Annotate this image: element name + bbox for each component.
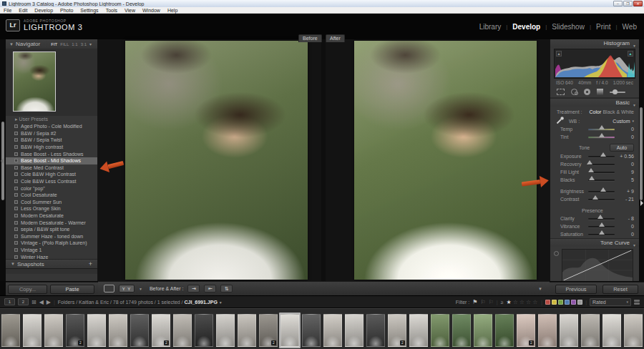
color-label-chip[interactable] <box>545 300 550 305</box>
preset-item[interactable]: Winter Haze <box>6 253 97 259</box>
filmstrip-thumbnail[interactable] <box>408 313 429 348</box>
menu-develop[interactable]: Develop <box>31 8 57 13</box>
main-window-button[interactable]: 1 <box>4 298 15 305</box>
filmstrip-thumbnail[interactable] <box>43 313 64 348</box>
filmstrip-thumbnail[interactable] <box>494 313 515 348</box>
paste-button[interactable]: Paste <box>50 285 94 294</box>
navigator-thumbnail[interactable] <box>13 51 56 112</box>
filmstrip-thumbnail[interactable] <box>451 313 472 348</box>
navigator-zoom-1-1[interactable]: 1:1 <box>72 42 77 46</box>
filmstrip-thumbnail[interactable] <box>623 313 644 348</box>
menu-edit[interactable]: Edit <box>15 8 31 13</box>
color-label-chip[interactable] <box>558 300 563 305</box>
slider-knob[interactable] <box>587 160 592 164</box>
slider-knob[interactable] <box>600 152 606 157</box>
go-back-icon[interactable]: ◀ <box>39 299 44 305</box>
treatment-color-option[interactable]: Color <box>590 109 602 114</box>
filmstrip-thumbnail[interactable] <box>429 313 451 348</box>
graduated-filter-tool-icon[interactable] <box>597 89 603 95</box>
minimize-button[interactable]: – <box>613 1 623 6</box>
preset-item[interactable]: Cool Summer Sun <box>6 199 97 206</box>
copy-before-to-after-button[interactable]: ⇥ <box>187 285 200 293</box>
filmstrip-thumbnail[interactable] <box>343 313 365 348</box>
red-eye-tool-icon[interactable] <box>584 89 590 95</box>
preset-item[interactable]: Modern Desaturate <box>6 212 97 220</box>
second-window-button[interactable]: 2 <box>18 298 29 305</box>
star-empty-icon[interactable]: ☆ <box>526 299 532 305</box>
flag-reject-icon[interactable]: ⚐ <box>489 299 494 305</box>
slider-knob[interactable] <box>588 168 594 172</box>
menu-settings[interactable]: Settings <box>77 8 102 13</box>
chevron-down-icon[interactable]: ▼ <box>139 287 142 291</box>
menu-tools[interactable]: Tools <box>102 8 121 13</box>
slider-track[interactable] <box>588 218 615 220</box>
filmstrip-thumbnail[interactable] <box>537 313 558 348</box>
slider-track[interactable] <box>588 226 615 227</box>
color-label-chip[interactable] <box>571 300 576 305</box>
star-empty-icon[interactable]: ☆ <box>532 299 538 305</box>
go-forward-icon[interactable]: ▶ <box>47 299 51 305</box>
toolbar-options-caret-icon[interactable]: ▼ <box>538 287 542 291</box>
highlight-clipping-indicator[interactable]: ▲ <box>628 51 633 56</box>
preset-item[interactable]: B&W / Sepia Twist <box>6 137 97 144</box>
right-scrollbar[interactable] <box>640 107 643 200</box>
filmstrip-thumbnail[interactable] <box>107 313 129 348</box>
navigator-preview[interactable] <box>6 49 97 116</box>
preset-item[interactable]: Cool Desaturate <box>6 192 97 199</box>
treatment-bw-option[interactable]: Black & White <box>602 109 634 114</box>
filmstrip-thumbnail[interactable]: 2 <box>515 313 537 348</box>
slider-track[interactable] <box>588 191 615 192</box>
filmstrip-thumbnail[interactable] <box>236 313 258 348</box>
crop-tool-icon[interactable] <box>557 89 565 95</box>
slider-track[interactable] <box>588 180 615 181</box>
reset-button[interactable]: Reset <box>602 285 638 294</box>
snapshots-add-button[interactable]: + <box>89 260 92 267</box>
navigator-zoom-3-1[interactable]: 3:1 <box>81 42 87 46</box>
color-label-chip[interactable] <box>577 300 582 305</box>
filmstrip-thumbnail[interactable] <box>86 313 107 348</box>
loupe-view-button[interactable] <box>104 285 114 293</box>
filter-toggle-switch[interactable] <box>634 298 640 306</box>
navigator-header[interactable]: ▼ Navigator FITFILL1:13:1▾ <box>6 39 97 49</box>
navigator-zoom-fit[interactable]: FIT <box>51 42 57 46</box>
filmstrip-thumbnail[interactable]: 2 <box>258 313 279 348</box>
preset-item[interactable]: Vintage 1 <box>6 247 97 254</box>
slider-track[interactable] <box>588 164 615 165</box>
wb-value-dropdown[interactable]: Custom <box>613 119 630 124</box>
copy-after-to-before-button[interactable]: ⇤ <box>204 285 216 293</box>
slider-track[interactable] <box>588 234 615 235</box>
preset-item[interactable]: Cole B&W Less Contrast <box>6 178 97 185</box>
menu-file[interactable]: File <box>0 8 15 13</box>
module-library[interactable]: Library <box>479 23 502 31</box>
slider-track[interactable] <box>588 137 615 138</box>
filmstrip-thumbnail[interactable] <box>172 313 193 348</box>
menu-window[interactable]: Window <box>139 8 164 13</box>
preset-item[interactable]: Summer Haze - toned down <box>6 233 97 240</box>
shadow-clipping-indicator[interactable]: ▲ <box>556 51 562 56</box>
flag-pick-icon[interactable]: ⚑ <box>472 299 477 305</box>
slider-knob[interactable] <box>599 133 605 137</box>
spot-removal-tool-icon[interactable] <box>571 89 577 95</box>
targeted-adjustment-icon[interactable] <box>554 251 559 256</box>
preset-item[interactable]: Aged Photo - Cole Modified <box>6 123 97 130</box>
collapse-right-panel-icon[interactable] <box>640 200 643 206</box>
swap-before-after-button[interactable]: ⇅ <box>220 285 233 293</box>
tone-curve-graph[interactable] <box>562 249 633 281</box>
filmstrip-thumbnail[interactable] <box>558 313 580 348</box>
snapshots-header[interactable]: ▼ Snapshots + <box>6 259 97 268</box>
navigator-zoom-fill[interactable]: FILL <box>60 42 69 46</box>
presets-folder-header[interactable]: ▸ User Presets <box>6 117 97 123</box>
color-label-chip[interactable] <box>565 300 570 305</box>
filmstrip-thumbnail[interactable] <box>21 313 43 348</box>
filmstrip-thumbnail[interactable] <box>580 313 601 348</box>
filmstrip-thumbnail[interactable] <box>365 313 386 348</box>
auto-tone-button[interactable]: Auto <box>610 144 634 152</box>
basic-header[interactable]: Basic▼ <box>550 98 639 107</box>
adjustment-brush-tool-icon[interactable] <box>610 89 625 95</box>
preset-item[interactable]: Vintage - (Polo Ralph Lauren) <box>6 240 97 247</box>
maximize-button[interactable]: ❐ <box>623 1 633 6</box>
preset-item[interactable]: B&W High contrast <box>6 144 97 151</box>
preset-item[interactable]: B&W / Sepia #2 <box>6 130 97 137</box>
filmstrip-thumbnail[interactable] <box>601 313 623 348</box>
filmstrip-thumbnail[interactable] <box>472 313 494 348</box>
